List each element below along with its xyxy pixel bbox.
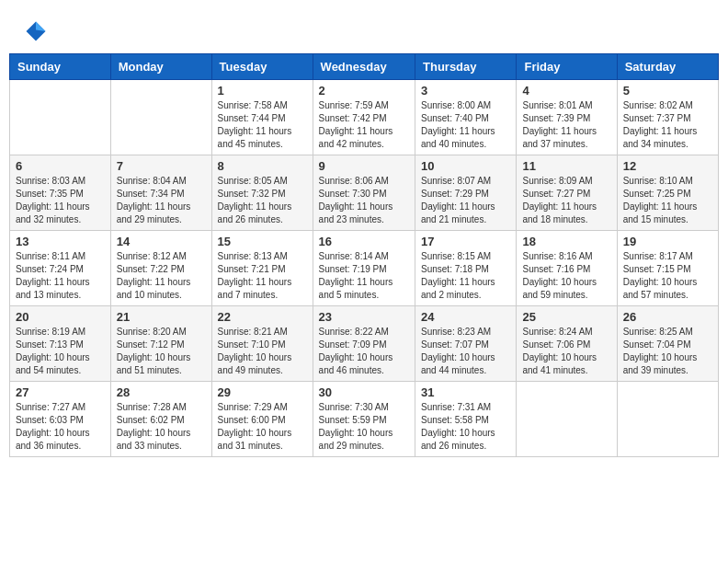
page-header bbox=[9, 9, 719, 49]
calendar-cell: 27Sunrise: 7:27 AMSunset: 6:03 PMDayligh… bbox=[10, 382, 111, 457]
day-number: 4 bbox=[522, 84, 610, 98]
day-header-wednesday: Wednesday bbox=[313, 54, 415, 80]
day-number: 3 bbox=[421, 84, 510, 98]
day-number: 6 bbox=[16, 159, 105, 173]
day-number: 20 bbox=[16, 310, 105, 324]
calendar-cell: 6Sunrise: 8:03 AMSunset: 7:35 PMDaylight… bbox=[10, 155, 111, 231]
logo bbox=[23, 18, 52, 44]
day-info: Sunrise: 8:07 AMSunset: 7:29 PMDaylight:… bbox=[421, 175, 510, 226]
day-info: Sunrise: 8:03 AMSunset: 7:35 PMDaylight:… bbox=[16, 175, 105, 226]
day-info: Sunrise: 8:06 AMSunset: 7:30 PMDaylight:… bbox=[319, 175, 409, 226]
day-info: Sunrise: 8:24 AMSunset: 7:06 PMDaylight:… bbox=[522, 326, 610, 377]
day-header-sunday: Sunday bbox=[10, 54, 111, 80]
day-number: 24 bbox=[421, 310, 510, 324]
calendar-cell: 16Sunrise: 8:14 AMSunset: 7:19 PMDayligh… bbox=[313, 231, 415, 306]
day-header-friday: Friday bbox=[517, 54, 617, 80]
day-number: 12 bbox=[623, 159, 712, 173]
calendar-cell: 7Sunrise: 8:04 AMSunset: 7:34 PMDaylight… bbox=[110, 155, 211, 231]
calendar-cell: 29Sunrise: 7:29 AMSunset: 6:00 PMDayligh… bbox=[211, 382, 313, 457]
calendar-cell: 1Sunrise: 7:58 AMSunset: 7:44 PMDaylight… bbox=[211, 80, 313, 155]
calendar-cell: 22Sunrise: 8:21 AMSunset: 7:10 PMDayligh… bbox=[211, 306, 313, 382]
day-number: 11 bbox=[522, 159, 610, 173]
day-number: 10 bbox=[421, 159, 510, 173]
day-info: Sunrise: 7:30 AMSunset: 5:59 PMDaylight:… bbox=[319, 401, 409, 453]
day-info: Sunrise: 8:22 AMSunset: 7:09 PMDaylight:… bbox=[319, 326, 409, 377]
calendar-cell: 9Sunrise: 8:06 AMSunset: 7:30 PMDaylight… bbox=[313, 155, 415, 231]
day-info: Sunrise: 7:31 AMSunset: 5:58 PMDaylight:… bbox=[421, 401, 510, 453]
day-number: 5 bbox=[623, 84, 712, 98]
day-number: 19 bbox=[623, 235, 712, 248]
calendar-cell: 23Sunrise: 8:22 AMSunset: 7:09 PMDayligh… bbox=[313, 306, 415, 382]
day-info: Sunrise: 8:14 AMSunset: 7:19 PMDaylight:… bbox=[319, 250, 409, 302]
day-header-tuesday: Tuesday bbox=[211, 54, 313, 80]
day-number: 22 bbox=[218, 310, 307, 324]
calendar-cell: 10Sunrise: 8:07 AMSunset: 7:29 PMDayligh… bbox=[415, 155, 517, 231]
calendar-cell: 25Sunrise: 8:24 AMSunset: 7:06 PMDayligh… bbox=[517, 306, 617, 382]
day-info: Sunrise: 8:17 AMSunset: 7:15 PMDaylight:… bbox=[623, 250, 712, 302]
calendar: SundayMondayTuesdayWednesdayThursdayFrid… bbox=[9, 53, 719, 457]
day-header-thursday: Thursday bbox=[415, 54, 517, 80]
calendar-cell: 24Sunrise: 8:23 AMSunset: 7:07 PMDayligh… bbox=[415, 306, 517, 382]
day-info: Sunrise: 7:28 AMSunset: 6:02 PMDaylight:… bbox=[117, 401, 206, 453]
calendar-cell bbox=[110, 80, 211, 155]
calendar-cell: 20Sunrise: 8:19 AMSunset: 7:13 PMDayligh… bbox=[10, 306, 111, 382]
day-info: Sunrise: 7:58 AMSunset: 7:44 PMDaylight:… bbox=[218, 99, 307, 151]
day-header-saturday: Saturday bbox=[617, 54, 718, 80]
day-info: Sunrise: 8:23 AMSunset: 7:07 PMDaylight:… bbox=[421, 326, 510, 377]
calendar-cell: 15Sunrise: 8:13 AMSunset: 7:21 PMDayligh… bbox=[211, 231, 313, 306]
day-number: 29 bbox=[218, 385, 307, 399]
day-number: 15 bbox=[218, 235, 307, 248]
day-info: Sunrise: 7:29 AMSunset: 6:00 PMDaylight:… bbox=[218, 401, 307, 453]
day-number: 23 bbox=[319, 310, 409, 324]
day-info: Sunrise: 8:19 AMSunset: 7:13 PMDaylight:… bbox=[16, 326, 105, 377]
day-info: Sunrise: 8:11 AMSunset: 7:24 PMDaylight:… bbox=[16, 250, 105, 302]
day-info: Sunrise: 7:27 AMSunset: 6:03 PMDaylight:… bbox=[16, 401, 105, 453]
day-number: 7 bbox=[117, 159, 206, 173]
day-info: Sunrise: 8:09 AMSunset: 7:27 PMDaylight:… bbox=[522, 175, 610, 226]
calendar-cell: 3Sunrise: 8:00 AMSunset: 7:40 PMDaylight… bbox=[415, 80, 517, 155]
day-number: 9 bbox=[319, 159, 409, 173]
day-info: Sunrise: 8:21 AMSunset: 7:10 PMDaylight:… bbox=[218, 326, 307, 377]
calendar-cell: 18Sunrise: 8:16 AMSunset: 7:16 PMDayligh… bbox=[517, 231, 617, 306]
day-number: 18 bbox=[522, 235, 610, 248]
calendar-cell: 28Sunrise: 7:28 AMSunset: 6:02 PMDayligh… bbox=[110, 382, 211, 457]
calendar-cell: 14Sunrise: 8:12 AMSunset: 7:22 PMDayligh… bbox=[110, 231, 211, 306]
day-info: Sunrise: 8:15 AMSunset: 7:18 PMDaylight:… bbox=[421, 250, 510, 302]
day-number: 25 bbox=[522, 310, 610, 324]
day-number: 26 bbox=[623, 310, 712, 324]
day-number: 1 bbox=[218, 84, 307, 98]
day-number: 17 bbox=[421, 235, 510, 248]
calendar-cell bbox=[617, 382, 718, 457]
calendar-cell: 13Sunrise: 8:11 AMSunset: 7:24 PMDayligh… bbox=[10, 231, 111, 306]
day-number: 8 bbox=[218, 159, 307, 173]
day-number: 28 bbox=[117, 385, 206, 399]
calendar-cell: 30Sunrise: 7:30 AMSunset: 5:59 PMDayligh… bbox=[313, 382, 415, 457]
calendar-cell: 17Sunrise: 8:15 AMSunset: 7:18 PMDayligh… bbox=[415, 231, 517, 306]
calendar-cell: 11Sunrise: 8:09 AMSunset: 7:27 PMDayligh… bbox=[517, 155, 617, 231]
day-info: Sunrise: 7:59 AMSunset: 7:42 PMDaylight:… bbox=[319, 99, 409, 151]
calendar-cell: 19Sunrise: 8:17 AMSunset: 7:15 PMDayligh… bbox=[617, 231, 718, 306]
day-info: Sunrise: 8:01 AMSunset: 7:39 PMDaylight:… bbox=[522, 99, 610, 151]
svg-marker-1 bbox=[36, 22, 46, 32]
day-info: Sunrise: 8:16 AMSunset: 7:16 PMDaylight:… bbox=[522, 250, 610, 302]
day-info: Sunrise: 8:00 AMSunset: 7:40 PMDaylight:… bbox=[421, 99, 510, 151]
calendar-cell bbox=[10, 80, 111, 155]
day-info: Sunrise: 8:25 AMSunset: 7:04 PMDaylight:… bbox=[623, 326, 712, 377]
day-info: Sunrise: 8:10 AMSunset: 7:25 PMDaylight:… bbox=[623, 175, 712, 226]
day-number: 16 bbox=[319, 235, 409, 248]
calendar-cell: 8Sunrise: 8:05 AMSunset: 7:32 PMDaylight… bbox=[211, 155, 313, 231]
calendar-cell bbox=[517, 382, 617, 457]
day-info: Sunrise: 8:02 AMSunset: 7:37 PMDaylight:… bbox=[623, 99, 712, 151]
day-info: Sunrise: 8:04 AMSunset: 7:34 PMDaylight:… bbox=[117, 175, 206, 226]
calendar-cell: 4Sunrise: 8:01 AMSunset: 7:39 PMDaylight… bbox=[517, 80, 617, 155]
day-number: 21 bbox=[117, 310, 206, 324]
day-number: 27 bbox=[16, 385, 105, 399]
day-number: 13 bbox=[16, 235, 105, 248]
day-number: 2 bbox=[319, 84, 409, 98]
day-header-monday: Monday bbox=[110, 54, 211, 80]
day-info: Sunrise: 8:13 AMSunset: 7:21 PMDaylight:… bbox=[218, 250, 307, 302]
day-number: 31 bbox=[421, 385, 510, 399]
calendar-cell: 12Sunrise: 8:10 AMSunset: 7:25 PMDayligh… bbox=[617, 155, 718, 231]
calendar-cell: 2Sunrise: 7:59 AMSunset: 7:42 PMDaylight… bbox=[313, 80, 415, 155]
calendar-cell: 5Sunrise: 8:02 AMSunset: 7:37 PMDaylight… bbox=[617, 80, 718, 155]
